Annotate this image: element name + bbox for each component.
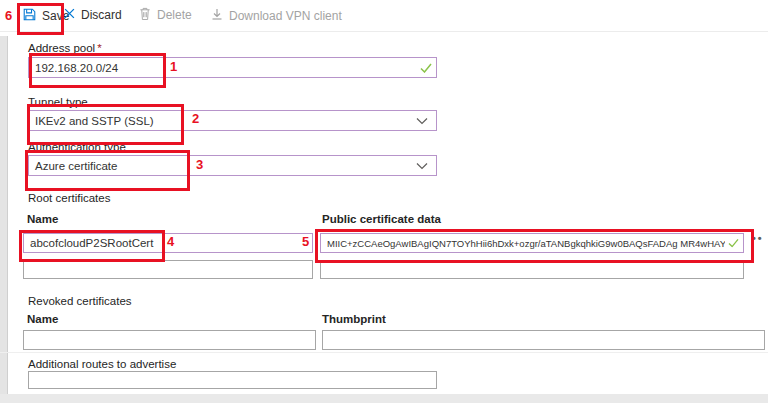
annotation-number-3: 3 [196, 157, 203, 172]
root-cert-data-column-header: Public certificate data [322, 213, 441, 225]
valid-check-icon [728, 239, 739, 248]
toolbar-divider [0, 31, 768, 32]
left-pane-edge [0, 36, 8, 403]
additional-routes-input[interactable] [28, 371, 437, 389]
root-certificates-heading: Root certificates [28, 192, 110, 204]
required-asterisk: * [97, 42, 101, 54]
revoked-cert-name-column-header: Name [27, 313, 58, 325]
delete-button[interactable]: Delete [139, 7, 192, 23]
download-vpn-client-label: Download VPN client [229, 9, 342, 23]
valid-check-icon [420, 63, 432, 73]
trash-icon [139, 7, 151, 23]
tunnel-type-dropdown[interactable]: IKEv2 and SSTP (SSL) [28, 110, 437, 131]
authentication-type-value: Azure certificate [35, 160, 117, 172]
root-cert-public-data-input-empty[interactable] [320, 260, 744, 279]
address-pool-label: Address pool* [28, 42, 102, 54]
bottom-strip [0, 394, 768, 403]
tunnel-type-value: IKEv2 and SSTP (SSL) [35, 115, 154, 127]
authentication-type-label: Authentication type [28, 141, 126, 153]
discard-x-icon [64, 8, 75, 22]
root-cert-name-input-empty[interactable] [23, 260, 313, 279]
save-button[interactable]: Save [23, 8, 69, 24]
download-icon [211, 8, 223, 23]
discard-button[interactable]: Discard [64, 8, 122, 22]
address-pool-input[interactable] [28, 57, 437, 78]
tunnel-type-label: Tunnel type [28, 96, 88, 108]
download-vpn-client-button[interactable]: Download VPN client [211, 8, 342, 23]
annotation-number-5: 5 [302, 234, 309, 249]
revoked-cert-thumbprint-input[interactable] [322, 330, 765, 350]
additional-routes-label: Additional routes to advertise [28, 358, 176, 370]
p2s-configuration-blade: 6 Save Discard Delete Download VPN clien… [0, 0, 768, 403]
row-context-menu[interactable]: •• [752, 232, 764, 244]
revoked-certificates-heading: Revoked certificates [28, 295, 132, 307]
annotation-number-6: 6 [5, 8, 12, 23]
delete-button-label: Delete [157, 8, 192, 22]
discard-button-label: Discard [81, 8, 122, 22]
annotation-number-1: 1 [170, 59, 177, 74]
annotation-number-2: 2 [192, 111, 199, 126]
authentication-type-dropdown[interactable]: Azure certificate [28, 155, 437, 176]
revoked-cert-thumbprint-column-header: Thumbprint [322, 313, 386, 325]
annotation-number-4: 4 [167, 234, 174, 249]
chevron-down-icon [416, 117, 428, 125]
revoked-cert-name-input[interactable] [23, 330, 316, 350]
chevron-down-icon [416, 162, 428, 170]
root-cert-public-data-input[interactable] [320, 233, 744, 253]
save-icon [23, 8, 36, 24]
section-divider [0, 352, 768, 353]
root-cert-name-column-header: Name [27, 213, 58, 225]
